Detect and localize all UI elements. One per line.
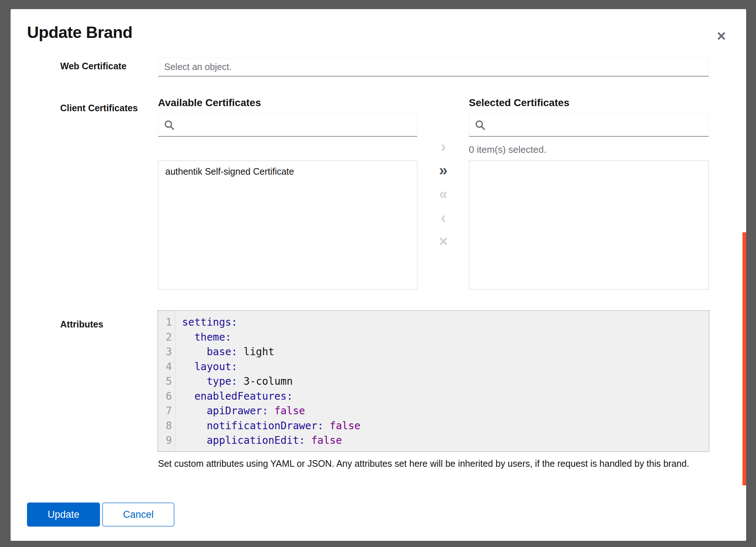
line-number: 2: [158, 330, 176, 345]
code-content: type: 3-column: [176, 374, 293, 389]
page-root: { "modal": { "title": "Update Brand", "c…: [0, 0, 756, 547]
available-search-input[interactable]: [180, 114, 411, 136]
code-line: 6 enabledFeatures:: [158, 389, 709, 404]
line-number: 7: [158, 404, 176, 419]
line-number: 5: [158, 374, 176, 389]
move-selected-right-button[interactable]: ›: [432, 137, 455, 156]
code-content: enabledFeatures:: [176, 389, 293, 404]
attributes-code-editor[interactable]: 1settings:2 theme:3 base: light4 layout:…: [158, 311, 709, 451]
clear-selected-button[interactable]: ×: [432, 232, 455, 251]
code-line: 4 layout:: [158, 360, 709, 375]
code-content: settings:: [176, 315, 238, 330]
update-brand-modal: Update Brand × Web Certificate Client Ce…: [11, 9, 746, 541]
available-search: [158, 113, 417, 137]
code-content: theme:: [176, 330, 231, 345]
line-number: 6: [158, 389, 176, 404]
code-content: layout:: [176, 360, 238, 375]
close-icon[interactable]: ×: [710, 24, 733, 48]
list-item[interactable]: authentik Self-signed Certificate: [158, 161, 417, 182]
code-content: apiDrawer: false: [176, 404, 305, 419]
code-line: 2 theme:: [158, 330, 709, 345]
line-number: 8: [158, 419, 176, 434]
move-all-left-button[interactable]: «: [432, 185, 455, 203]
search-icon: [475, 120, 485, 130]
code-line: 9 applicationEdit: false: [158, 433, 709, 448]
client-certificates-label: Client Certificates: [60, 103, 138, 113]
code-line: 1settings:: [158, 315, 709, 330]
web-certificate-select[interactable]: [158, 58, 709, 77]
modal-title: Update Brand: [27, 23, 132, 42]
search-icon: [164, 120, 174, 130]
attributes-help-text: Set custom attributes using YAML or JSON…: [158, 458, 716, 469]
update-button[interactable]: Update: [27, 503, 100, 527]
attributes-label: Attributes: [60, 319, 103, 330]
move-selected-left-button[interactable]: ‹: [432, 209, 455, 227]
dual-list-controls: ›»«‹×: [430, 137, 456, 251]
move-all-right-button[interactable]: »: [432, 161, 455, 179]
code-content: notificationDrawer: false: [176, 419, 360, 434]
code-line: 5 type: 3-column: [158, 374, 709, 389]
editor-lines: 1settings:2 theme:3 base: light4 layout:…: [158, 311, 709, 448]
line-number: 1: [158, 315, 176, 330]
cancel-button[interactable]: Cancel: [102, 503, 174, 527]
line-number: 4: [158, 360, 176, 375]
web-certificate-label: Web Certificate: [60, 61, 127, 71]
accent-strip: [742, 232, 746, 485]
selected-items-status: 0 item(s) selected.: [469, 144, 546, 155]
selected-search: [469, 113, 709, 137]
line-number: 9: [158, 433, 176, 448]
code-content: applicationEdit: false: [176, 433, 342, 448]
code-line: 7 apiDrawer: false: [158, 404, 709, 419]
available-certificates-heading: Available Certificates: [158, 97, 261, 109]
code-line: 3 base: light: [158, 345, 709, 360]
code-line: 8 notificationDrawer: false: [158, 419, 709, 434]
line-number: 3: [158, 345, 176, 360]
available-certificates-list: authentik Self-signed Certificate: [158, 160, 417, 290]
selected-certificates-list: [469, 160, 709, 290]
selected-search-input[interactable]: [490, 114, 703, 136]
selected-certificates-heading: Selected Certificates: [469, 97, 569, 109]
code-content: base: light: [176, 345, 274, 360]
